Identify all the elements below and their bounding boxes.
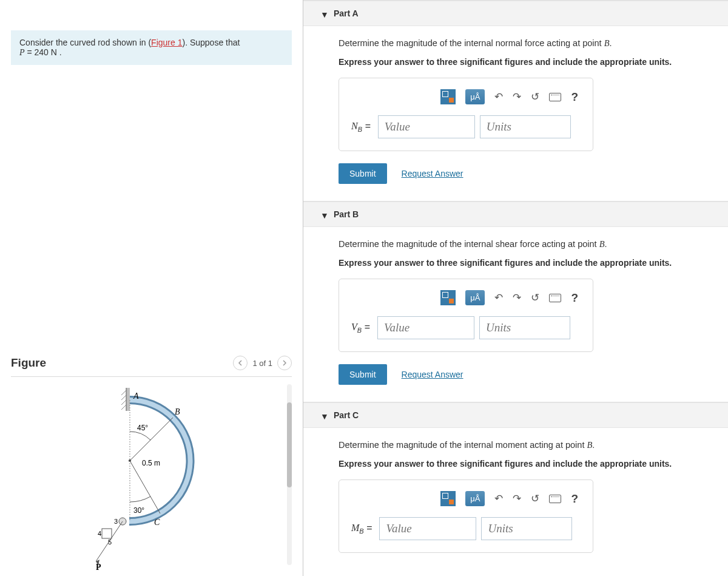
answer-toolbar: μÅ ↶ ↷ ↺ ? (351, 491, 581, 506)
svg-text:B: B (175, 407, 180, 416)
problem-statement: Consider the curved rod shown in (Figure… (11, 30, 292, 65)
svg-line-4 (130, 461, 160, 513)
units-input[interactable] (479, 316, 570, 339)
special-chars-button[interactable]: μÅ (465, 89, 485, 104)
question-text: Determine the magnitude of the internal … (339, 239, 717, 249)
answer-box: μÅ ↶ ↷ ↺ ? VB = (339, 279, 593, 352)
svg-rect-0 (126, 388, 130, 411)
part-b-body: Determine the magnitude of the internal … (303, 227, 728, 402)
figure-link[interactable]: Figure 1 (151, 38, 182, 47)
answer-box: μÅ ↶ ↷ ↺ ? NB = (339, 78, 593, 151)
keyboard-icon[interactable] (549, 294, 561, 302)
part-b: ▼ Part B Determine the magnitude of the … (303, 201, 728, 402)
intro-text-2: ). Suppose that (182, 38, 240, 47)
action-row: Submit Request Answer (339, 163, 717, 184)
figure-prev-button[interactable] (233, 356, 248, 370)
submit-button[interactable]: Submit (339, 163, 387, 184)
figure-counter: 1 of 1 (252, 359, 272, 368)
part-a-body: Determine the magnitude of the internal … (303, 26, 728, 201)
tail: . (57, 47, 62, 57)
part-a-header[interactable]: ▼ Part A (303, 1, 728, 26)
part-title: Part C (334, 410, 359, 420)
q-post: . (610, 38, 612, 48)
answer-box: μÅ ↶ ↷ ↺ ? MB = (339, 479, 593, 553)
request-answer-link[interactable]: Request Answer (402, 169, 463, 178)
help-icon[interactable]: ? (571, 291, 578, 305)
template-icon[interactable] (440, 290, 456, 305)
value-input[interactable] (379, 517, 476, 540)
value-row: NB = (351, 115, 581, 138)
svg-text:4: 4 (98, 530, 101, 537)
value-input[interactable] (378, 115, 475, 138)
redo-icon[interactable]: ↷ (513, 492, 521, 505)
variable-label: VB = (351, 322, 370, 334)
svg-text:3: 3 (114, 518, 118, 525)
redo-icon[interactable]: ↷ (513, 291, 521, 304)
left-panel: Consider the curved rod shown in (Figure… (0, 0, 303, 576)
caret-down-icon: ▼ (320, 211, 329, 220)
reset-icon[interactable]: ↺ (531, 492, 539, 505)
value-row: VB = (351, 316, 581, 339)
scroll-thumb[interactable] (287, 402, 292, 487)
submit-button[interactable]: Submit (339, 364, 387, 385)
part-title: Part A (334, 8, 359, 18)
instruction-text: Express your answer to three significant… (339, 57, 717, 67)
caret-down-icon: ▼ (320, 10, 329, 19)
figure-title: Figure (11, 356, 46, 370)
keyboard-icon[interactable] (549, 495, 561, 503)
part-b-header[interactable]: ▼ Part B (303, 202, 728, 227)
svg-text:P: P (96, 563, 101, 570)
question-text: Determine the magnitude of the internal … (339, 440, 717, 450)
caret-down-icon: ▼ (320, 412, 329, 421)
undo-icon[interactable]: ↶ (494, 90, 503, 103)
reset-icon[interactable]: ↺ (531, 291, 539, 304)
template-icon[interactable] (440, 491, 456, 506)
figure-next-button[interactable] (277, 356, 292, 370)
chevron-left-icon (238, 360, 243, 366)
part-c: ▼ Part C Determine the magnitude of the … (303, 402, 728, 570)
help-icon[interactable]: ? (571, 492, 578, 506)
svg-text:45°: 45° (137, 424, 148, 432)
figure-scrollbar[interactable] (287, 384, 292, 565)
q-pre: Determine the magnitude of the internal … (339, 440, 587, 450)
part-c-header[interactable]: ▼ Part C (303, 402, 728, 428)
q-post: . (604, 239, 607, 249)
figure-diagram: A B C 45° 30° 0.5 m 3 4 5 P (96, 388, 217, 570)
q-pre: Determine the magnitude of the internal … (339, 38, 604, 48)
svg-rect-14 (102, 529, 112, 538)
variable-P: P (19, 48, 25, 57)
help-icon[interactable]: ? (571, 90, 578, 104)
action-row: Submit Request Answer (339, 364, 717, 385)
value-input[interactable] (377, 316, 474, 339)
unit-N: N (51, 47, 57, 57)
q-pre: Determine the magnitude of the internal … (339, 239, 599, 249)
eq-text: = 240 (25, 47, 51, 57)
redo-icon[interactable]: ↷ (513, 90, 521, 103)
question-text: Determine the magnitude of the internal … (339, 38, 717, 49)
variable-label: MB = (351, 523, 372, 535)
intro-text: Consider the curved rod shown in ( (19, 38, 151, 47)
figure-header: Figure 1 of 1 (11, 351, 292, 377)
svg-text:5: 5 (108, 538, 112, 546)
units-input[interactable] (481, 517, 572, 540)
special-chars-button[interactable]: μÅ (465, 491, 485, 506)
q-point: B (587, 440, 592, 450)
value-row: MB = (351, 517, 581, 540)
part-c-body: Determine the magnitude of the internal … (303, 428, 728, 570)
right-panel: ▼ Part A Determine the magnitude of the … (303, 0, 728, 576)
undo-icon[interactable]: ↶ (494, 291, 503, 304)
chevron-right-icon (282, 360, 287, 366)
answer-toolbar: μÅ ↶ ↷ ↺ ? (351, 89, 581, 104)
template-icon[interactable] (440, 89, 456, 104)
reset-icon[interactable]: ↺ (531, 90, 539, 103)
figure-nav: 1 of 1 (233, 356, 292, 370)
keyboard-icon[interactable] (549, 93, 561, 101)
special-chars-button[interactable]: μÅ (465, 290, 485, 305)
svg-text:C: C (154, 518, 160, 527)
undo-icon[interactable]: ↶ (494, 492, 503, 505)
svg-text:A: A (133, 391, 139, 401)
svg-line-3 (130, 418, 173, 461)
units-input[interactable] (480, 115, 571, 138)
q-post: . (592, 440, 595, 450)
request-answer-link[interactable]: Request Answer (402, 370, 463, 379)
